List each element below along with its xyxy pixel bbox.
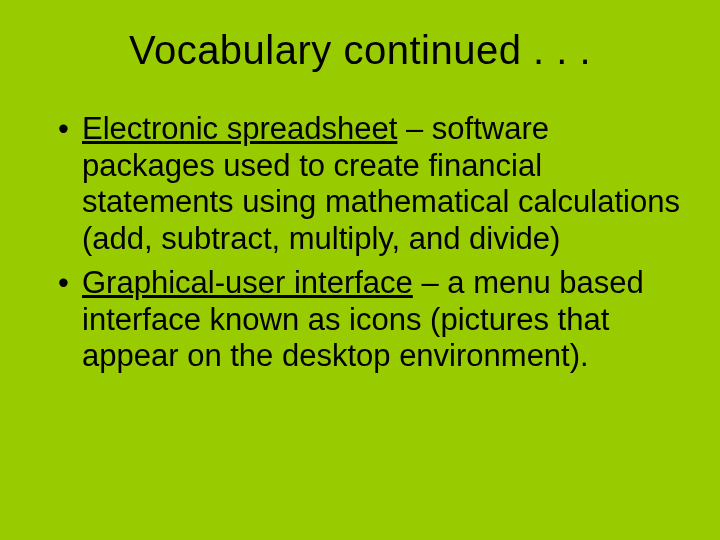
bullet-list: Electronic spreadsheet – software packag…	[40, 111, 680, 375]
term: Electronic spreadsheet	[82, 111, 397, 146]
page-title: Vocabulary continued . . .	[40, 28, 680, 73]
list-item: Electronic spreadsheet – software packag…	[58, 111, 680, 257]
list-item: Graphical-user interface – a menu based …	[58, 265, 680, 375]
term: Graphical-user interface	[82, 265, 413, 300]
slide: Vocabulary continued . . . Electronic sp…	[0, 0, 720, 540]
